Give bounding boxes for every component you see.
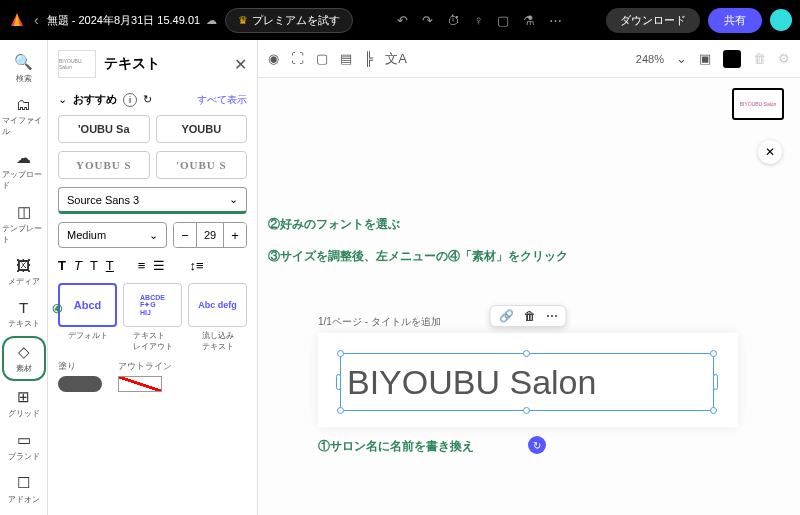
rail-search[interactable]: 🔍検索 <box>2 48 46 89</box>
handle[interactable] <box>523 407 530 414</box>
rail-upload[interactable]: ☁アップロード <box>2 144 46 196</box>
grid-icon: ⊞ <box>17 388 30 406</box>
rect-icon[interactable]: ▢ <box>316 51 328 66</box>
weight-select[interactable]: Medium ⌄ <box>58 222 167 248</box>
bold-icon[interactable]: T <box>58 258 66 273</box>
brand-icon: ▭ <box>17 431 31 449</box>
eye-icon[interactable]: ◉ <box>268 51 279 66</box>
chevron-down-icon[interactable]: ⌄ <box>58 93 67 106</box>
rail-elements[interactable]: ◇素材 <box>2 336 46 381</box>
comment-icon[interactable]: ▢ <box>497 13 509 28</box>
spacing-icon[interactable]: ↕≡ <box>189 258 203 273</box>
flask-icon[interactable]: ⚗ <box>523 13 535 28</box>
style-flow[interactable]: Abc defg流し込み テキスト <box>188 283 247 352</box>
app-logo[interactable] <box>8 11 26 29</box>
doc-title-text: 無題 - 2024年8月31日 15.49.01 <box>47 13 200 28</box>
handle[interactable] <box>710 407 717 414</box>
text-content: BIYOUBU Salon <box>347 363 596 402</box>
canvas-tool-1[interactable]: ▣ <box>699 51 711 66</box>
preset-2[interactable]: YOUBU <box>156 115 248 143</box>
floating-toolbar: 🔗 🗑 ⋯ <box>490 305 567 327</box>
chevron-down-icon[interactable]: ⌄ <box>676 51 687 66</box>
ruler-icon[interactable]: ╠ <box>364 51 373 66</box>
handle[interactable] <box>523 350 530 357</box>
style-layout[interactable]: ABCDEF✦GHIJテキスト レイアウト <box>123 283 182 352</box>
doc-title[interactable]: 無題 - 2024年8月31日 15.49.01 ☁ <box>47 13 217 28</box>
handle[interactable] <box>337 407 344 414</box>
premium-label: プレミアムを試す <box>252 13 340 28</box>
refresh-badge[interactable]: ↻ <box>528 436 546 454</box>
mini-thumb[interactable]: BIYOUBU Salon <box>732 88 784 120</box>
settings-icon[interactable]: ⚙ <box>778 51 790 66</box>
canvas-tool-dark[interactable] <box>723 50 741 68</box>
close-bubble[interactable]: ✕ <box>758 140 782 164</box>
download-button[interactable]: ダウンロード <box>606 8 700 33</box>
rail-addon[interactable]: ☐アドオン <box>2 469 46 510</box>
addon-icon: ☐ <box>17 474 30 492</box>
preset-1[interactable]: 'OUBU Sa <box>58 115 150 143</box>
cloud-icon: ☁ <box>206 14 217 27</box>
style-default[interactable]: Abcdデフォルト <box>58 283 117 352</box>
handle[interactable] <box>337 350 344 357</box>
outline-swatch[interactable] <box>118 376 162 392</box>
zoom-value[interactable]: 248% <box>636 53 664 65</box>
try-premium-button[interactable]: ♛ プレミアムを試す <box>225 8 353 33</box>
page-icon[interactable]: ▤ <box>340 51 352 66</box>
rail-grid[interactable]: ⊞グリッド <box>2 383 46 424</box>
page-label[interactable]: 1/1ページ - タイトルを追加 <box>318 315 441 329</box>
rail-template[interactable]: ◫テンプレート <box>2 198 46 250</box>
preset-3[interactable]: YOUBU S <box>58 151 150 179</box>
annotation-3: ③サイズを調整後、左メニューの④「素材」をクリック <box>268 248 568 265</box>
trash-icon[interactable]: 🗑 <box>753 51 766 66</box>
refresh-icon[interactable]: ↻ <box>143 93 152 106</box>
more-icon[interactable]: ⋯ <box>549 13 562 28</box>
crown-icon: ♛ <box>238 14 248 27</box>
bulb-icon[interactable]: ♀ <box>474 13 484 28</box>
folder-icon: 🗂 <box>16 96 31 113</box>
handle[interactable] <box>713 374 718 390</box>
font-select[interactable]: Source Sans 3 ⌄ <box>58 187 247 214</box>
size-input[interactable] <box>196 223 224 247</box>
expand-icon[interactable]: ⛶ <box>291 51 304 66</box>
handle[interactable] <box>336 374 341 390</box>
share-button[interactable]: 共有 <box>708 8 762 33</box>
link-icon[interactable]: 🔗 <box>499 309 514 323</box>
trash-icon[interactable]: 🗑 <box>524 309 536 323</box>
stopwatch-icon[interactable]: ⏱ <box>447 13 460 28</box>
italic-icon[interactable]: T <box>74 258 82 273</box>
left-rail: 🔍検索 🗂マイファイル ☁アップロード ◫テンプレート 🖾メディア Tテキスト … <box>0 40 48 515</box>
underline-icon[interactable]: T <box>106 258 114 273</box>
rail-media[interactable]: 🖾メディア <box>2 252 46 292</box>
recommend-label: おすすめ <box>73 92 117 107</box>
rail-text[interactable]: Tテキスト <box>2 294 46 334</box>
fill-label: 塗り <box>58 360 102 373</box>
show-all-link[interactable]: すべて表示 <box>197 93 247 107</box>
avatar[interactable] <box>770 9 792 31</box>
uppercase-icon[interactable]: T <box>90 258 98 273</box>
close-icon[interactable]: ✕ <box>234 55 247 74</box>
redo-icon[interactable]: ↷ <box>422 13 433 28</box>
chevron-down-icon: ⌄ <box>149 229 158 242</box>
rail-files[interactable]: 🗂マイファイル <box>2 91 46 142</box>
translate-icon[interactable]: 文A <box>385 50 407 68</box>
size-minus[interactable]: − <box>174 223 196 247</box>
undo-icon[interactable]: ↶ <box>397 13 408 28</box>
text-element[interactable]: BIYOUBU Salon <box>340 353 714 411</box>
annotation-1: ①サロン名に名前を書き換え <box>318 438 474 455</box>
size-plus[interactable]: + <box>224 223 246 247</box>
chevron-left-icon[interactable]: ‹ <box>34 12 39 28</box>
fill-swatch[interactable] <box>58 376 102 392</box>
list-icon[interactable]: ☰ <box>153 258 165 273</box>
align-icon[interactable]: ≡ <box>138 258 146 273</box>
search-icon: 🔍 <box>14 53 33 71</box>
info-icon[interactable]: i <box>123 93 137 107</box>
artboard[interactable]: 🔗 🗑 ⋯ BIYOUBU Salon <box>318 333 738 427</box>
outline-label: アウトライン <box>118 360 172 373</box>
weight-name: Medium <box>67 229 106 241</box>
rail-brand[interactable]: ▭ブランド <box>2 426 46 467</box>
handle[interactable] <box>710 350 717 357</box>
size-stepper: − + <box>173 222 247 248</box>
text-icon: T <box>19 299 28 316</box>
more-icon[interactable]: ⋯ <box>546 309 558 323</box>
preset-4[interactable]: 'OUBU S <box>156 151 248 179</box>
